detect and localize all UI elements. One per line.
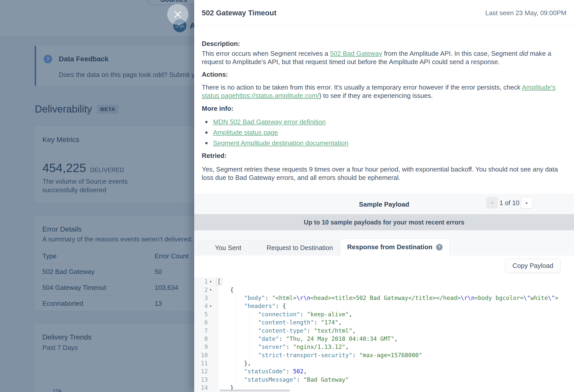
- code-text: "connection": "keep-alive",: [216, 311, 574, 318]
- fold-arrow-icon[interactable]: ▾: [210, 280, 216, 284]
- line-number: 10: [194, 352, 210, 358]
- horizontal-scrollbar[interactable]: [219, 389, 290, 391]
- line-number: 3: [194, 295, 210, 301]
- more-info-link[interactable]: Amplitude status page: [213, 129, 278, 136]
- sample-payload-section: Sample Payload ◂ 1 of 10 ▸ Up to 10 samp…: [194, 194, 574, 256]
- code-text: "statusMessage": "Bad Gateway": [216, 376, 574, 383]
- sample-payload-banner: Up to 10 sample payloads for your most r…: [194, 214, 574, 230]
- description-text: This error occurs when Segment receives …: [202, 50, 330, 57]
- line-number: 6: [194, 319, 210, 326]
- fold-arrow-icon[interactable]: ▾: [210, 304, 216, 308]
- bullet-icon: [205, 131, 208, 134]
- close-panel-button[interactable]: [167, 4, 188, 25]
- line-number: 9: [194, 344, 210, 350]
- fold-arrow-icon[interactable]: ▾: [210, 288, 216, 292]
- bullet-icon: [205, 121, 208, 123]
- line-number: 1: [194, 278, 210, 285]
- line-number: 2: [194, 287, 210, 293]
- description-paragraph: This error occurs when Segment receives …: [202, 49, 567, 66]
- indent-guide: [235, 294, 236, 384]
- code-line: 8 "date": "Thu, 24 May 2018 04:40:34 GMT…: [194, 335, 574, 343]
- line-number: 13: [194, 376, 210, 383]
- code-line: 1▾[: [194, 277, 574, 286]
- actions-text: There is no action to be taken from this…: [202, 83, 522, 91]
- line-number: 7: [194, 327, 210, 334]
- code-line: 2▾ {: [194, 286, 574, 294]
- tab-label: Request to Destination: [267, 244, 333, 252]
- line-number: 8: [194, 335, 210, 342]
- code-text: "server": "nginx/1.13.12",: [216, 344, 574, 350]
- code-line: 10 "strict-transport-security": "max-age…: [194, 351, 574, 359]
- code-text: "statusCode": 502,: [216, 368, 574, 375]
- error-detail-panel: 502 Gateway Timeout Last seen 23 May, 09…: [194, 0, 574, 392]
- code-line: 11 },: [194, 359, 574, 367]
- tab-label: You Sent: [215, 244, 241, 252]
- retried-paragraph: Yes, Segment retries these requests 9 ti…: [202, 165, 567, 182]
- code-text: "body": "<html>\r\n<head><title>502 Bad …: [216, 295, 574, 301]
- description-emphasis: did: [519, 50, 528, 57]
- panel-header: 502 Gateway Timeout Last seen 23 May, 09…: [194, 0, 574, 26]
- more-info-link[interactable]: Segment Amplitude destination documentat…: [213, 139, 348, 147]
- copy-payload-button[interactable]: Copy Payload: [505, 259, 561, 273]
- close-icon: [173, 10, 182, 19]
- more-info-item: Amplitude status page: [203, 127, 348, 138]
- chevron-right-icon: ▸: [526, 201, 528, 205]
- code-text: "strict-transport-security": "max-age=15…: [216, 352, 574, 358]
- pagination-prev-button[interactable]: ◂: [486, 197, 498, 209]
- code-line: 12 "statusCode": 502,: [194, 367, 574, 375]
- code-line: 4▾ "headers": {: [194, 302, 574, 310]
- retried-heading: Retried:: [202, 152, 226, 160]
- more-info-item: Segment Amplitude destination documentat…: [203, 138, 348, 148]
- code-text: },: [216, 360, 574, 367]
- code-line: 6 "content-length": "174",: [194, 318, 574, 326]
- more-info-heading: More info:: [202, 105, 234, 113]
- bullet-icon: [205, 142, 208, 144]
- code-line: 5 "connection": "keep-alive",: [194, 310, 574, 318]
- tab-response-from-destination[interactable]: Response from Destination?: [340, 238, 450, 256]
- line-number: 4: [194, 303, 210, 309]
- code-line: 7 "content-type": "text/html",: [194, 326, 574, 334]
- help-icon[interactable]: ?: [436, 244, 443, 250]
- code-line: 3 "body": "<html>\r\n<head><title>502 Ba…: [194, 294, 574, 302]
- code-text: "date": "Thu, 24 May 2018 04:40:34 GMT",: [216, 335, 574, 342]
- code-text: {: [216, 287, 574, 293]
- pagination-next-button[interactable]: ▸: [521, 197, 533, 209]
- actions-heading: Actions:: [202, 71, 228, 78]
- panel-title: 502 Gateway Timeout: [202, 9, 276, 17]
- description-text: from the Amplitude API. In this case, Se…: [382, 50, 519, 57]
- description-heading: Description:: [202, 40, 240, 48]
- line-number: 12: [194, 368, 210, 375]
- tab-request-to-destination[interactable]: Request to Destination: [260, 240, 339, 256]
- line-number: 11: [194, 360, 210, 367]
- actions-paragraph: There is no action to be taken from this…: [202, 83, 567, 100]
- code-text: "headers": {: [216, 303, 574, 309]
- code-text: [: [216, 278, 574, 285]
- last-seen-timestamp: Last seen 23 May, 09:00PM: [485, 9, 566, 17]
- more-info-item: MDN 502 Bad Gateway error definition: [203, 117, 348, 127]
- pagination-status: 1 of 10: [498, 197, 521, 209]
- more-info-list: MDN 502 Bad Gateway error definitionAmpl…: [203, 117, 348, 148]
- code-text: "content-type": "text/html",: [216, 327, 574, 334]
- indent-guide: [249, 310, 250, 359]
- chevron-left-icon: ◂: [491, 200, 493, 205]
- code-line: 9 "server": "nginx/1.13.12",: [194, 343, 574, 351]
- more-info-link[interactable]: MDN 502 Bad Gateway error definition: [213, 118, 326, 126]
- tab-you-sent[interactable]: You Sent: [198, 240, 259, 256]
- tab-label: Response from Destination: [347, 243, 432, 251]
- actions-text: ) to see if they are experiencing issues…: [319, 92, 433, 99]
- payload-tabs: You SentRequest to DestinationResponse f…: [194, 238, 574, 256]
- code-line: 13 "statusMessage": "Bad Gateway": [194, 376, 574, 384]
- payload-code-viewer[interactable]: 1▾[2▾ {3 "body": "<html>\r\n<head><title…: [194, 277, 574, 392]
- code-text: "content-length": "174",: [216, 319, 574, 326]
- line-number: 14: [194, 384, 210, 391]
- bad-gateway-link[interactable]: 502 Bad Gateway: [330, 50, 382, 57]
- line-number: 5: [194, 311, 210, 318]
